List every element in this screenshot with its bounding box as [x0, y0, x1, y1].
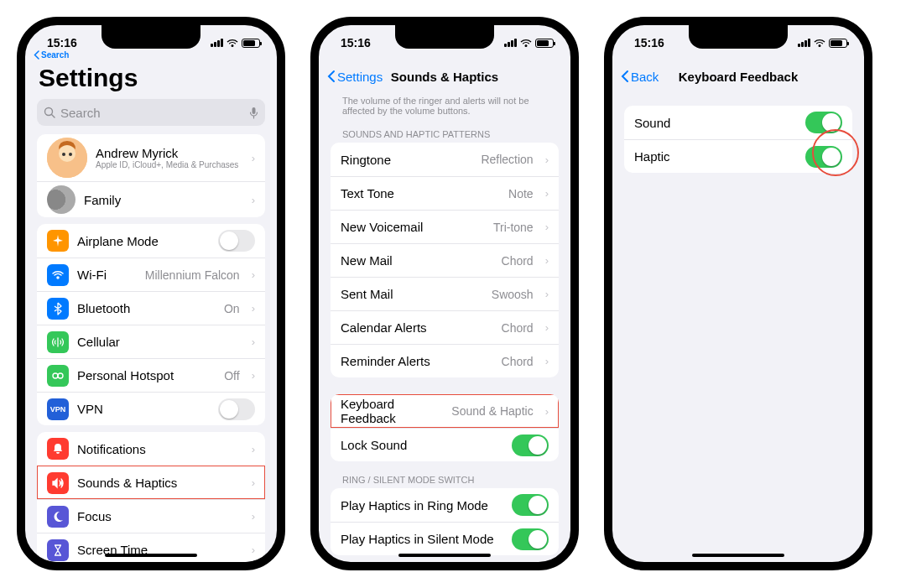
chevron-right-icon: ›	[252, 302, 255, 315]
status-time: 15:16	[341, 36, 371, 49]
apple-id-row[interactable]: Andrew Myrick Apple ID, iCloud+, Media &…	[37, 134, 265, 181]
family-avatars-icon	[47, 185, 76, 214]
svg-point-6	[69, 153, 72, 156]
avatar	[47, 138, 87, 178]
svg-rect-2	[253, 107, 256, 114]
back-button[interactable]: Settings	[327, 70, 383, 84]
svg-point-8	[58, 373, 63, 378]
chevron-right-icon: ›	[252, 476, 255, 489]
account-name: Andrew Myrick	[96, 146, 240, 160]
reminder-row[interactable]: Reminder AlertsChord›	[331, 344, 559, 377]
switch-group: Play Haptics in Ring Mode Play Haptics i…	[331, 488, 559, 555]
signal-icon	[211, 39, 223, 47]
breadcrumb[interactable]: Search	[34, 50, 69, 60]
switch-header: RING / SILENT MODE SWITCH	[319, 468, 570, 488]
nav-title: Keyboard Feedback	[679, 70, 799, 84]
vpn-row[interactable]: VPN VPN	[37, 392, 265, 425]
vpn-toggle[interactable]	[218, 398, 255, 420]
chevron-right-icon: ›	[252, 152, 255, 164]
lock-sound-row[interactable]: Lock Sound	[331, 428, 559, 461]
signal-icon	[504, 39, 517, 47]
notch	[689, 25, 788, 49]
connectivity-group: Airplane Mode Wi-Fi Millennium Falcon › …	[37, 224, 265, 425]
texttone-row[interactable]: Text ToneNote›	[331, 176, 559, 210]
account-group: Andrew Myrick Apple ID, iCloud+, Media &…	[37, 134, 265, 217]
nav-title: Sounds & Haptics	[391, 70, 498, 84]
battery-icon	[829, 39, 847, 48]
newmail-row[interactable]: New MailChord›	[331, 243, 559, 277]
keyboard-feedback-row[interactable]: Keyboard FeedbackSound & Haptic›	[331, 394, 559, 428]
hotspot-row[interactable]: Personal Hotspot Off ›	[37, 358, 265, 392]
cellular-row[interactable]: Cellular ›	[37, 325, 265, 358]
kb-feedback-group: Sound Haptic	[624, 106, 852, 173]
chevron-right-icon: ›	[252, 443, 255, 455]
airplane-row[interactable]: Airplane Mode	[37, 224, 265, 258]
phone-settings: 15:16 Search Settings Search	[17, 17, 285, 570]
home-indicator[interactable]	[692, 554, 784, 557]
patterns-header: SOUNDS AND HAPTIC PATTERNS	[319, 122, 570, 143]
bell-icon	[342, 560, 359, 562]
signal-icon	[798, 39, 810, 47]
chevron-right-icon: ›	[252, 510, 255, 523]
home-indicator[interactable]	[398, 554, 491, 557]
notch	[395, 25, 494, 49]
hotspot-icon	[47, 365, 69, 387]
bluetooth-row[interactable]: Bluetooth On ›	[37, 291, 265, 325]
phone-sounds-haptics: 15:16 Settings Sounds & Haptics The volu…	[310, 17, 579, 570]
haptic-row[interactable]: Haptic	[624, 139, 852, 173]
wifi-icon	[814, 37, 825, 49]
chevron-right-icon: ›	[252, 369, 255, 382]
nav-bar: Back Keyboard Feedback	[612, 60, 864, 92]
wifi-icon	[520, 37, 532, 49]
family-row[interactable]: Family ›	[37, 181, 265, 217]
home-indicator[interactable]	[105, 554, 197, 557]
wifi-row[interactable]: Wi-Fi Millennium Falcon ›	[37, 258, 265, 291]
focus-row[interactable]: Focus ›	[37, 499, 265, 533]
hourglass-icon	[47, 539, 69, 561]
sound-toggle[interactable]	[805, 112, 842, 133]
ringtone-row[interactable]: RingtoneReflection›	[331, 143, 559, 176]
screentime-row[interactable]: Screen Time ›	[37, 533, 265, 562]
sounds-haptics-row[interactable]: Sounds & Haptics ›	[37, 466, 265, 499]
svg-point-7	[53, 373, 58, 378]
wifi-icon	[47, 264, 69, 286]
battery-icon	[535, 39, 554, 48]
airplane-icon	[47, 230, 69, 252]
bell-icon	[47, 438, 69, 460]
sentmail-row[interactable]: Sent MailSwoosh›	[331, 277, 559, 310]
bluetooth-icon	[47, 298, 69, 320]
chevron-right-icon: ›	[252, 336, 255, 348]
cellular-icon	[47, 331, 69, 353]
haptics-silent-toggle[interactable]	[512, 528, 549, 550]
page-title: Settings	[25, 60, 277, 99]
search-input[interactable]: Search	[37, 99, 265, 126]
mic-icon[interactable]	[249, 107, 258, 119]
search-placeholder: Search	[60, 106, 101, 120]
chevron-right-icon: ›	[252, 544, 255, 556]
battery-icon	[242, 39, 260, 48]
nav-bar: Settings Sounds & Haptics	[319, 60, 570, 92]
notifications-row[interactable]: Notifications ›	[37, 432, 265, 466]
back-button[interactable]: Back	[621, 70, 659, 84]
haptic-toggle[interactable]	[805, 146, 842, 168]
lock-sound-toggle[interactable]	[512, 434, 549, 456]
voicemail-row[interactable]: New VoicemailTri-tone›	[331, 210, 559, 243]
volume-footer: The volume of the ringer and alerts will…	[319, 92, 570, 122]
haptics-ring-toggle[interactable]	[512, 494, 549, 516]
status-time: 15:16	[634, 36, 664, 49]
notif-group: Notifications › Sounds & Haptics › Focus…	[37, 432, 265, 562]
chevron-right-icon: ›	[252, 194, 255, 206]
status-time: 15:16	[47, 36, 77, 49]
wifi-icon	[226, 37, 238, 49]
search-icon	[44, 107, 55, 118]
haptics-ring-row[interactable]: Play Haptics in Ring Mode	[331, 488, 559, 522]
calendar-row[interactable]: Calendar AlertsChord›	[331, 310, 559, 344]
airplane-toggle[interactable]	[218, 230, 255, 252]
svg-line-1	[52, 115, 55, 118]
vpn-icon: VPN	[47, 398, 69, 420]
svg-point-4	[59, 145, 76, 162]
haptics-silent-row[interactable]: Play Haptics in Silent Mode	[331, 522, 559, 555]
notch	[102, 25, 200, 49]
speaker-icon	[47, 472, 69, 494]
sound-row[interactable]: Sound	[624, 106, 852, 139]
